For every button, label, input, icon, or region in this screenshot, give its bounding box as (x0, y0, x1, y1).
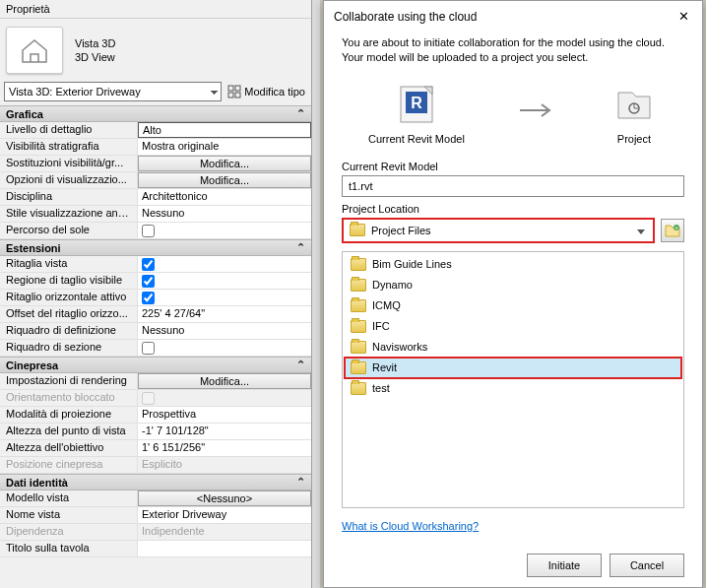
folder-icon (351, 299, 366, 312)
value-stile-anal[interactable]: Nessuno (138, 206, 311, 222)
project-icon (610, 82, 658, 127)
label-vis-strat: Visibilità stratigrafia (0, 139, 138, 155)
label-riquadro-def: Riquadro di definizione (0, 323, 138, 339)
svg-rect-2 (228, 93, 233, 98)
svg-text:+: + (674, 225, 678, 230)
view-thumbnail-row[interactable]: Vista 3D 3D View (0, 19, 311, 82)
value-pos-cinepresa: Esplicito (138, 457, 311, 473)
section-estensioni[interactable]: Estensioni⌃ (0, 239, 311, 256)
value-nome-vista[interactable]: Exterior Driveway (138, 507, 311, 523)
combo-text: Project Files (371, 225, 431, 236)
value-disciplina[interactable]: Architettonico (138, 189, 311, 205)
label-modello-vista: Modello vista (0, 490, 138, 506)
section-dati[interactable]: Dati identità⌃ (0, 474, 311, 490)
value-altezza-ob[interactable]: 1' 6 151/256" (138, 440, 311, 456)
label-offset-ritaglio: Offset del ritaglio orizzo... (0, 306, 138, 322)
edit-type-button[interactable]: Modifica tipo (225, 83, 307, 100)
input-model-name[interactable] (342, 175, 684, 197)
label-modalita: Modalità di proiezione (0, 407, 138, 423)
btn-modello-vista[interactable]: <Nessuno> (138, 490, 311, 506)
check-ritaglia[interactable] (142, 258, 155, 271)
label-altezza-ob: Altezza dell'obiettivo (0, 440, 138, 456)
folder-icon (351, 320, 366, 333)
icon-label-model: Current Revit Model (368, 133, 465, 145)
btn-sost-vis[interactable]: Modifica... (138, 156, 311, 171)
section-cinepresa[interactable]: Cinepresa⌃ (0, 357, 311, 373)
label-disciplina: Disciplina (0, 189, 138, 205)
check-ritaglio-orizz[interactable] (142, 292, 155, 304)
folder-item[interactable]: Bim Guide Lines (345, 254, 681, 275)
svg-rect-3 (235, 93, 240, 98)
label-titolo-tavola: Titolo sulla tavola (0, 541, 138, 556)
label-ritaglia: Ritaglia vista (0, 256, 138, 272)
thumb-subtitle: 3D View (75, 51, 115, 63)
btn-opz-vis[interactable]: Modifica... (138, 172, 311, 188)
value-altezza-pv[interactable]: -1' 7 101/128" (138, 424, 311, 439)
folder-item[interactable]: Revit (345, 358, 681, 378)
collapse-icon: ⌃ (296, 359, 305, 371)
view-selector[interactable]: Vista 3D: Exterior Driveway (4, 82, 222, 101)
folder-item[interactable]: Navisworks (345, 337, 681, 358)
location-combo[interactable]: Project Files (342, 218, 655, 243)
cancel-button[interactable]: Cancel (610, 554, 684, 577)
label-dipendenza: Dipendenza (0, 524, 138, 540)
folder-name: Revit (372, 361, 397, 373)
folder-item[interactable]: test (345, 378, 681, 399)
folder-icon (351, 279, 366, 292)
label-altezza-pv: Altezza del punto di vista (0, 424, 138, 439)
folder-list: Bim Guide LinesDynamoICMQIFCNavisworksRe… (342, 251, 684, 508)
close-icon[interactable]: ✕ (674, 9, 692, 24)
house-icon (19, 36, 50, 64)
new-folder-button[interactable]: + (661, 219, 684, 242)
svg-rect-0 (228, 86, 233, 91)
folder-icon (351, 361, 366, 374)
value-titolo-tavola[interactable] (138, 541, 311, 556)
label-regione-vis: Regione di taglio visibile (0, 273, 138, 289)
folder-icon (350, 224, 365, 236)
check-regione-vis[interactable] (142, 275, 155, 288)
section-grafica[interactable]: Grafica⌃ (0, 105, 311, 122)
value-riquadro-def[interactable]: Nessuno (138, 323, 311, 339)
label-current-model: Current Revit Model (342, 161, 684, 172)
view-thumbnail (6, 27, 63, 74)
value-livello[interactable]: Alto (138, 122, 311, 138)
folder-name: Bim Guide Lines (372, 258, 452, 270)
folder-name: IFC (372, 320, 390, 332)
collapse-icon: ⌃ (296, 241, 305, 254)
label-sost-vis: Sostituzioni visibilità/gr... (0, 156, 138, 171)
value-offset-ritaglio[interactable]: 225' 4 27/64" (138, 306, 311, 322)
check-riquadro-sez[interactable] (142, 342, 155, 355)
revit-model-icon: R (393, 82, 440, 127)
check-orient-blocc (142, 392, 155, 405)
edit-type-icon (227, 85, 241, 98)
panel-title: Proprietà (0, 0, 311, 19)
folder-item[interactable]: IFC (345, 316, 681, 337)
value-dipendenza: Indipendente (138, 524, 311, 540)
check-percorso-sole[interactable] (142, 225, 155, 237)
label-orient-blocc: Orientamento bloccato (0, 390, 138, 406)
label-stile-anal: Stile visualizzazione anal... (0, 206, 138, 222)
folder-name: ICMQ (372, 299, 401, 311)
collapse-icon: ⌃ (296, 107, 305, 120)
folder-item[interactable]: ICMQ (345, 295, 681, 316)
value-vis-strat[interactable]: Mostra originale (138, 139, 311, 155)
arrow-right-icon (518, 100, 557, 126)
label-opz-vis: Opzioni di visualizzazio... (0, 172, 138, 188)
label-imp-rendering: Impostazioni di rendering (0, 373, 138, 389)
value-modalita[interactable]: Prospettiva (138, 407, 311, 423)
svg-text:R: R (411, 95, 422, 111)
folder-item[interactable]: Dynamo (345, 275, 681, 295)
folder-icon (351, 382, 366, 395)
collapse-icon: ⌃ (296, 476, 305, 489)
thumb-title: Vista 3D (75, 37, 115, 49)
label-ritaglio-orizz: Ritaglio orizzontale attivo (0, 290, 138, 305)
svg-rect-1 (235, 86, 240, 91)
folder-name: Dynamo (372, 279, 413, 291)
folder-name: Navisworks (372, 341, 427, 353)
worksharing-link[interactable]: What is Cloud Worksharing? (342, 520, 684, 532)
initiate-button[interactable]: Initiate (527, 554, 602, 577)
label-percorso-sole: Percorso del sole (0, 223, 138, 238)
properties-panel: Proprietà Vista 3D 3D View Vista 3D: Ext… (0, 0, 312, 588)
label-nome-vista: Nome vista (0, 507, 138, 523)
btn-imp-rendering[interactable]: Modifica... (138, 373, 311, 389)
